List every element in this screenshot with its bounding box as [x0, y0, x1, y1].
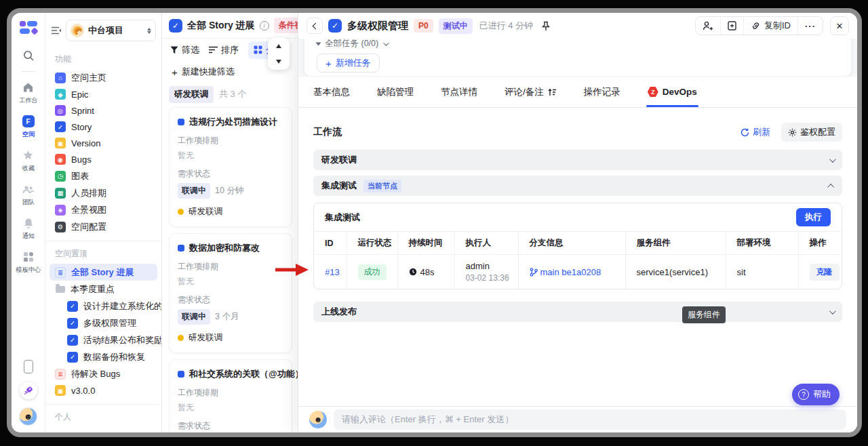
- scroll-up-button[interactable]: [268, 38, 290, 54]
- pin-icon[interactable]: [541, 21, 551, 31]
- tab-comments[interactable]: 评论/备注: [505, 77, 557, 107]
- filter-button[interactable]: 筛选: [170, 44, 199, 56]
- col-actions: 操作: [798, 232, 842, 255]
- comment-avatar: ☻: [309, 411, 327, 428]
- sprint-icon: ◎: [55, 105, 66, 116]
- run-button[interactable]: 执行: [796, 208, 831, 226]
- group-name-badge[interactable]: 研发联调: [169, 86, 214, 103]
- sidebar-item-label: v3.0.0: [71, 386, 95, 396]
- card-title: 违规行为处罚措施设计: [189, 116, 277, 128]
- field-value: 暂无: [178, 276, 283, 287]
- sidebar-item-staff-schedule[interactable]: ▦人员排期: [45, 184, 161, 201]
- app-logo[interactable]: [20, 21, 37, 35]
- run-status-badge: 成功: [358, 264, 387, 280]
- card-title: 和社交系统的关联（@功能）: [189, 368, 298, 380]
- view-story-icon: ✓: [169, 19, 182, 33]
- refresh-button[interactable]: 刷新: [741, 126, 770, 138]
- rail-item-favorites[interactable]: 收藏: [22, 149, 35, 173]
- close-icon: ✕: [836, 21, 844, 31]
- col-branch: 分支信息: [518, 232, 625, 255]
- mobile-app-icon[interactable]: [24, 360, 33, 373]
- add-task-button[interactable]: + 新增任务: [317, 54, 380, 73]
- sidebar-item-label: 全部 Story 进展: [71, 266, 134, 279]
- story-card[interactable]: 数据加密和防篡改 工作项排期 暂无 需求状态 联调中3 个月 研发联调: [169, 233, 292, 353]
- info-icon[interactable]: i: [260, 21, 269, 31]
- scroll-down-button[interactable]: [268, 54, 290, 70]
- tab-node-details[interactable]: 节点详情: [441, 77, 477, 107]
- tab-devops[interactable]: Z DevOps: [648, 77, 697, 107]
- sidebar-item-charts[interactable]: ◷图表: [45, 167, 161, 184]
- sidebar-item-story[interactable]: ✓Story: [45, 119, 161, 135]
- sidebar-item-story-sub-1[interactable]: ✓设计并建立系统化的...: [45, 298, 161, 315]
- story-card[interactable]: 和社交系统的关联（@功能） 工作项排期 暂无 需求状态 联调中3 个月: [169, 359, 292, 432]
- comment-input[interactable]: 请输入评论（Enter 换行，⌘ + Enter 发送）: [334, 409, 846, 430]
- sidebar-item-story-sub-2[interactable]: ✓多级权限管理: [45, 315, 161, 331]
- pipeline-table: ID 运行状态 持续时间 执行人 分支信息 服务组件 部署环境 操作 #13: [314, 232, 842, 289]
- sidebar-item-panorama[interactable]: ◈全景视图: [45, 201, 161, 218]
- user-avatar[interactable]: ☻: [19, 407, 37, 426]
- workflow-node-dev-joint[interactable]: 研发联调: [313, 150, 842, 170]
- rail-item-team[interactable]: 团队: [22, 183, 35, 207]
- question-icon: ?: [798, 389, 809, 400]
- sidebar-item-all-story-progress[interactable]: ≣全部 Story 进展: [50, 264, 157, 281]
- tab-label: 评论/备注: [505, 86, 544, 98]
- run-id-link[interactable]: #13: [325, 267, 340, 277]
- rail-item-workbench[interactable]: 工作台: [18, 81, 39, 105]
- bookmark-button[interactable]: [721, 17, 744, 35]
- rocket-icon[interactable]: [20, 382, 37, 399]
- project-selector[interactable]: 🥐 中台项目: [66, 20, 156, 41]
- story-card[interactable]: 违规行为处罚措施设计 工作项排期 暂无 需求状态 联调中10 分钟 研发联调: [169, 107, 292, 227]
- sidebar-item-bugs[interactable]: ◉Bugs: [45, 151, 161, 167]
- refresh-icon: [741, 128, 749, 137]
- sidebar-item-sprint[interactable]: ◎Sprint: [45, 102, 161, 119]
- back-button[interactable]: [307, 18, 323, 34]
- sidebar-item-version[interactable]: ▣Version: [45, 135, 161, 151]
- left-rail: 工作台 F 空间 收藏 团队 通知: [12, 13, 45, 432]
- auth-config-button[interactable]: 鉴权配置: [781, 123, 842, 142]
- sidebar-item-label: 多级权限管理: [83, 317, 136, 329]
- close-button[interactable]: ✕: [830, 16, 849, 35]
- section-label-personal: 个人: [45, 406, 161, 427]
- tab-defect-management[interactable]: 缺陷管理: [377, 77, 414, 107]
- workflow-title: 工作流: [313, 126, 342, 138]
- node-dot-icon: [178, 335, 184, 341]
- rail-item-notifications[interactable]: 通知: [22, 217, 35, 241]
- new-quick-filter-label: 新建快捷筛选: [182, 66, 235, 78]
- col-executor: 执行人: [454, 232, 518, 255]
- sidebar-item-quarter-focus[interactable]: 本季度重点: [45, 281, 161, 298]
- all-tasks-toggle[interactable]: 全部任务 (0/0): [317, 39, 842, 49]
- calendar-icon: ▦: [55, 188, 66, 199]
- sidebar-item-story-sub-4[interactable]: ✓数据备份和恢复: [45, 348, 161, 365]
- tab-operation-log[interactable]: 操作记录: [584, 77, 620, 107]
- clone-button[interactable]: 克隆: [810, 264, 840, 281]
- share-member-button[interactable]: [696, 17, 721, 35]
- more-dots-icon: ···: [805, 21, 816, 31]
- branch-link[interactable]: main be1a0208: [530, 267, 625, 277]
- search-icon[interactable]: [22, 49, 35, 62]
- node-name: 研发联调: [189, 206, 222, 218]
- field-label: 工作项排期: [178, 261, 283, 272]
- panorama-icon: ◈: [55, 205, 66, 216]
- sidebar-item-version-v300[interactable]: ▣v3.0.0: [45, 382, 161, 399]
- add-task-label: 新增任务: [336, 57, 371, 69]
- sidebar-item-epic[interactable]: ◆Epic: [45, 86, 161, 102]
- copy-id-button[interactable]: 复制ID: [744, 17, 798, 35]
- help-button[interactable]: ? 帮助: [792, 384, 840, 405]
- help-label: 帮助: [813, 388, 831, 401]
- sidebar-item-space-home[interactable]: ⌂空间主页: [45, 69, 161, 86]
- tab-basic-info[interactable]: 基本信息: [313, 77, 350, 107]
- workflow-node-release[interactable]: 上线发布: [313, 302, 842, 322]
- rail-item-template-center[interactable]: 模板中心: [15, 251, 42, 275]
- rail-item-label: 空间: [22, 130, 34, 139]
- sort-button[interactable]: 排序: [209, 44, 239, 56]
- rail-item-space[interactable]: F 空间: [22, 115, 35, 139]
- collapse-sidebar-icon[interactable]: [51, 26, 62, 35]
- sidebar-item-pending-bugs[interactable]: ≣待解决 Bugs: [45, 365, 161, 382]
- workflow-node-integration-test[interactable]: 集成测试 当前节点: [313, 176, 842, 196]
- space-home-icon: ⌂: [55, 73, 66, 83]
- sidebar-item-label: 图表: [71, 170, 89, 182]
- bug-icon: ◉: [55, 154, 66, 165]
- sidebar-item-space-config[interactable]: ⚙空间配置: [45, 218, 161, 235]
- more-button[interactable]: ···: [798, 17, 823, 35]
- sidebar-item-story-sub-3[interactable]: ✓活动结果公布和奖励...: [45, 331, 161, 348]
